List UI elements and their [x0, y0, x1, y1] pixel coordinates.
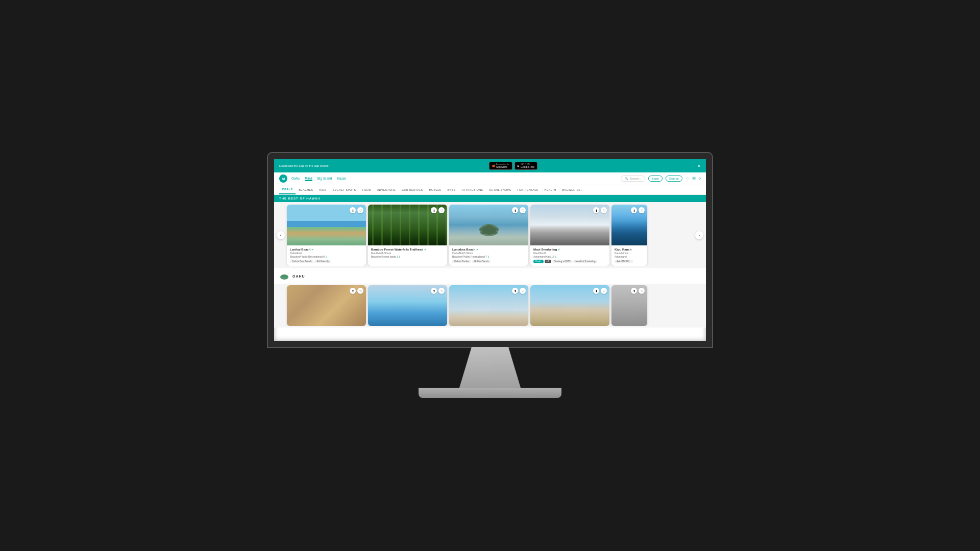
monitor-stand-base: [419, 388, 561, 398]
kipu-category: Adventure/: [615, 255, 644, 258]
cat-hotels[interactable]: HOTELS: [426, 186, 445, 194]
cat-secret-spots[interactable]: SECRET SPOTS: [330, 186, 359, 194]
oahu-card3-like[interactable]: ♡: [520, 288, 526, 294]
oahu-card4-share[interactable]: ⬆: [593, 288, 599, 294]
laniakea-verified: ✔: [476, 248, 478, 251]
oahu-cards-section: ⬆ ♡ ⬆ ♡ ⬆: [274, 284, 706, 328]
close-banner-button[interactable]: ✕: [697, 164, 701, 168]
card-lanikai: ⬆ ♡ Lanikai Beach ✔ Oahu/East Beache: [287, 205, 366, 266]
oahu-card2-like[interactable]: ♡: [438, 288, 445, 294]
cat-deals[interactable]: DEALS: [279, 185, 296, 194]
help-icon[interactable]: ?: [699, 177, 701, 181]
signup-button[interactable]: Sign up: [666, 176, 682, 182]
banner-text: Download the app on the app stores!: [279, 164, 329, 167]
category-nav: DEALS BEACHES KIDS SECRET SPOTS FOOD ADV…: [274, 185, 706, 195]
kipu-location: Kauai/Lihue: [615, 252, 644, 255]
snorkeling-info: Maui Snorkeling ✔ Maui/South Adventure/K…: [530, 245, 609, 266]
carousel-prev-button[interactable]: ‹: [277, 231, 285, 239]
cat-health[interactable]: HEALTH: [542, 186, 559, 194]
turtle-svg: [476, 220, 502, 238]
oahu-card5-share[interactable]: ⬆: [631, 288, 637, 294]
cat-beaches[interactable]: BEACHES: [296, 186, 316, 194]
cat-adventure[interactable]: ADVENTURE: [374, 186, 399, 194]
kipu-tags: 4x4 UTV Off...: [615, 260, 644, 263]
tag-oahu-best[interactable]: Oahu's Best Beach: [290, 260, 313, 263]
tag-price[interactable]: Starting at $115: [552, 260, 573, 263]
favorites-icon[interactable]: ♡: [685, 177, 689, 181]
bamboo-title: Bamboo Forest Waterfalls Trailhead ✔: [371, 248, 444, 251]
bamboo-like-btn[interactable]: ♡: [438, 207, 445, 213]
oahu-card1-share[interactable]: ⬆: [350, 288, 356, 294]
kipu-share-btn[interactable]: ⬆: [631, 207, 637, 213]
kipu-info: Kipu Ranch Kauai/Lihue Adventure/ 4x4 UT…: [611, 245, 647, 266]
svg-point-2: [486, 224, 492, 229]
island-nav: Oahu Maui Big Island Kauai: [291, 177, 346, 181]
cat-fun-rentals[interactable]: FUN RENTALS: [514, 186, 541, 194]
tag-molokini[interactable]: Molokini Snorkeling: [573, 260, 597, 263]
card-kipu-image: ⬆ ♡: [611, 205, 647, 245]
snorkeling-like-btn[interactable]: ♡: [601, 207, 607, 213]
bamboo-share-btn[interactable]: ⬆: [431, 207, 437, 213]
oahu-card1-like[interactable]: ♡: [357, 288, 363, 294]
cat-attractions[interactable]: ATTRACTIONS: [459, 186, 486, 194]
lanikai-share-btn[interactable]: ⬆: [350, 207, 356, 213]
laniakea-info: Laniakea Beach ✔ Oahu/North Shore Beache…: [449, 245, 528, 266]
cat-food[interactable]: FOOD: [359, 186, 374, 194]
snorkeling-category: Adventure/Kids 17 ℹ: [533, 255, 606, 258]
tag-utv[interactable]: 4x4 UTV Off...: [615, 260, 633, 263]
menu-icon[interactable]: ☰: [692, 177, 696, 181]
laniakea-info-icon: ℹ: [488, 255, 489, 258]
tag-golden-sands[interactable]: Golden Sands: [472, 260, 491, 263]
kipu-like-btn[interactable]: ♡: [639, 207, 645, 213]
laniakea-action-btns: ⬆ ♡: [512, 207, 526, 213]
login-button[interactable]: Login: [648, 176, 662, 182]
card-laniakea: ⬆ ♡ Laniakea Beach ✔ Oahu/North Shore: [449, 205, 528, 266]
apple-icon: 🍎: [492, 164, 495, 167]
search-box[interactable]: 🔍 Search...: [621, 176, 645, 182]
cat-breweries[interactable]: BREWERIES ›: [559, 186, 586, 194]
lanikai-info-icon: ℹ: [326, 255, 327, 258]
cat-bnbs[interactable]: BNBS: [445, 186, 459, 194]
top-banner: Download the app on the app stores! 🍎 Do…: [274, 159, 706, 172]
lanikai-like-btn[interactable]: ♡: [357, 207, 363, 213]
tag-deals[interactable]: Deals: [533, 260, 544, 263]
monitor-screen: Download the app on the app stores! 🍎 Do…: [268, 153, 712, 347]
oahu-card3-share[interactable]: ⬆: [512, 288, 518, 294]
oahu-card4-like[interactable]: ♡: [601, 288, 607, 294]
carousel-next-button[interactable]: ›: [695, 231, 703, 239]
app-store-button[interactable]: 🍎 Download on the App Store: [489, 162, 512, 170]
tag-plus1[interactable]: +1: [545, 260, 551, 263]
snorkeling-title: Maui Snorkeling ✔: [533, 248, 606, 251]
oahu-card-5: ⬆ ♡: [611, 285, 647, 326]
nav-maui[interactable]: Maui: [305, 177, 312, 181]
oahu-logo-svg: [279, 271, 289, 281]
nav-kauai[interactable]: Kauai: [337, 177, 346, 181]
laniakea-tags: Oahu's Turtles Golden Sands: [452, 260, 525, 263]
card-lanikai-image: ⬆ ♡: [287, 205, 366, 245]
tag-turtles[interactable]: Oahu's Turtles: [452, 260, 471, 263]
oahu-card2-share[interactable]: ⬆: [431, 288, 437, 294]
cat-kids[interactable]: KIDS: [316, 186, 330, 194]
cat-car-rentals[interactable]: CAR RENTALS: [399, 186, 426, 194]
snorkeling-action-btns: ⬆ ♡: [593, 207, 607, 213]
site-logo[interactable]: hi: [279, 174, 287, 183]
oahu-card1-btns: ⬆ ♡: [350, 288, 363, 294]
snorkeling-verified: ✔: [558, 248, 560, 251]
google-play-button[interactable]: ▶ GET IT ON Google Play: [514, 162, 537, 170]
laniakea-share-btn[interactable]: ⬆: [512, 207, 518, 213]
nav-right: 🔍 Search... Login Sign up ♡ ☰ ?: [621, 176, 701, 182]
bamboo-action-btns: ⬆ ♡: [431, 207, 445, 213]
laniakea-like-btn[interactable]: ♡: [520, 207, 526, 213]
oahu-card5-like[interactable]: ♡: [639, 288, 645, 294]
kipu-title: Kipu Ranch: [615, 248, 644, 251]
laniakea-title: Laniakea Beach ✔: [452, 248, 525, 251]
snorkeling-tags: Deals +1 Starting at $115 Molokini Snork…: [533, 260, 606, 263]
card-kipu: ⬆ ♡ Kipu Ranch Kauai/Lihue Adventure/: [611, 205, 647, 266]
snorkeling-share-btn[interactable]: ⬆: [593, 207, 599, 213]
bamboo-category: Beaches/Secret spots 3 ℹ: [371, 255, 444, 258]
tag-kid-friendly[interactable]: Kid Friendly: [314, 260, 331, 263]
nav-big-island[interactable]: Big Island: [317, 177, 332, 181]
nav-oahu[interactable]: Oahu: [291, 177, 300, 181]
cat-retail-shops[interactable]: RETAIL SHOPS: [486, 186, 514, 194]
store-buttons: 🍎 Download on the App Store ▶ GET IT ON …: [489, 162, 538, 170]
